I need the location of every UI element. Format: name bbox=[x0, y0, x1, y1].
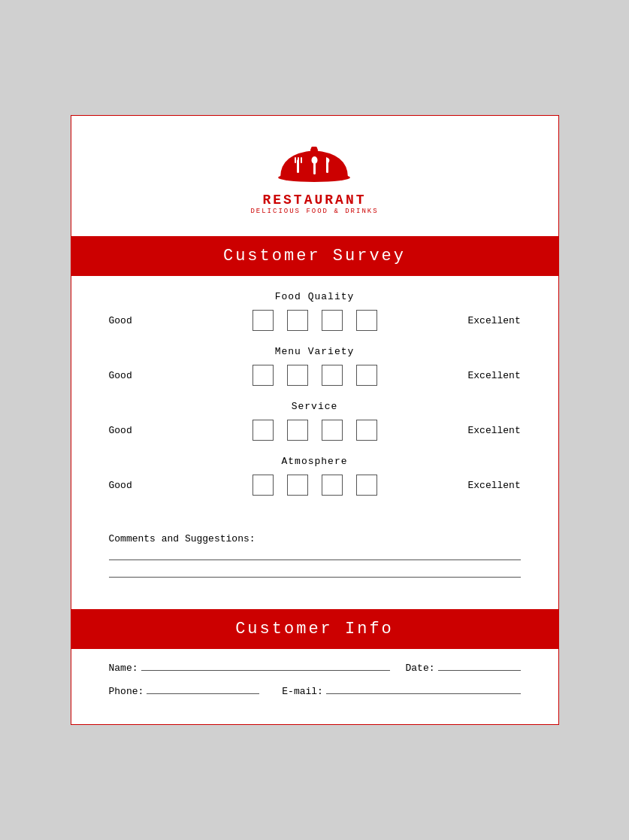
menu-variety-good: Good bbox=[109, 370, 162, 381]
email-line[interactable] bbox=[326, 693, 521, 694]
menu-variety-row: Good Excellent bbox=[109, 365, 521, 386]
menu-variety-excellent: Excellent bbox=[468, 370, 521, 381]
service-cb-2[interactable] bbox=[287, 420, 308, 441]
svg-rect-8 bbox=[313, 162, 316, 174]
menu-variety-cb-3[interactable] bbox=[322, 365, 343, 386]
atmosphere-excellent: Excellent bbox=[468, 480, 521, 491]
comment-line-1 bbox=[109, 559, 521, 560]
atmosphere-label: Atmosphere bbox=[109, 456, 521, 467]
service-checkboxes bbox=[162, 420, 468, 441]
food-quality-row: Good Excellent bbox=[109, 310, 521, 331]
atmosphere-good: Good bbox=[109, 480, 162, 491]
menu-variety-cb-1[interactable] bbox=[253, 365, 274, 386]
atmosphere-cb-2[interactable] bbox=[287, 475, 308, 496]
svg-rect-2 bbox=[311, 147, 317, 150]
service-row: Good Excellent bbox=[109, 420, 521, 441]
svg-rect-4 bbox=[295, 157, 296, 163]
food-quality-good: Good bbox=[109, 315, 162, 326]
restaurant-tagline: DELICIOUS FOOD & DRINKS bbox=[250, 208, 378, 215]
comments-section: Comments and Suggestions: bbox=[71, 526, 558, 609]
restaurant-logo-icon bbox=[273, 138, 355, 191]
survey-title: Customer Survey bbox=[223, 247, 406, 265]
email-label: E-mail: bbox=[282, 686, 323, 697]
service-good: Good bbox=[109, 425, 162, 436]
menu-variety-cb-2[interactable] bbox=[287, 365, 308, 386]
food-quality-cb-4[interactable] bbox=[356, 310, 377, 331]
atmosphere-cb-4[interactable] bbox=[356, 475, 377, 496]
service-label: Service bbox=[109, 401, 521, 412]
service-cb-1[interactable] bbox=[253, 420, 274, 441]
date-line[interactable] bbox=[438, 670, 521, 671]
menu-variety-checkboxes bbox=[162, 365, 468, 386]
name-label: Name: bbox=[109, 663, 138, 674]
svg-point-9 bbox=[312, 156, 318, 164]
food-quality-cb-1[interactable] bbox=[253, 310, 274, 331]
restaurant-name: RESTAURANT bbox=[262, 193, 366, 208]
food-quality-label: Food Quality bbox=[109, 291, 521, 302]
atmosphere-cb-3[interactable] bbox=[322, 475, 343, 496]
service-excellent: Excellent bbox=[468, 425, 521, 436]
atmosphere-checkboxes bbox=[162, 475, 468, 496]
logo-container: RESTAURANT DELICIOUS FOOD & DRINKS bbox=[250, 138, 378, 215]
svg-rect-6 bbox=[301, 157, 302, 163]
survey-section-header: Customer Survey bbox=[71, 236, 558, 276]
name-date-row: Name: Date: bbox=[109, 663, 521, 674]
customer-info-section-header: Customer Info bbox=[71, 609, 558, 649]
customer-info-section: Name: Date: Phone: E-mail: bbox=[71, 649, 558, 724]
atmosphere-row: Good Excellent bbox=[109, 475, 521, 496]
phone-line[interactable] bbox=[147, 693, 259, 694]
phone-email-row: Phone: E-mail: bbox=[109, 686, 521, 697]
survey-form: RESTAURANT DELICIOUS FOOD & DRINKS Custo… bbox=[71, 115, 559, 725]
service-cb-4[interactable] bbox=[356, 420, 377, 441]
comment-line-2 bbox=[109, 577, 521, 578]
comments-label: Comments and Suggestions: bbox=[109, 533, 521, 544]
atmosphere-cb-1[interactable] bbox=[253, 475, 274, 496]
header-section: RESTAURANT DELICIOUS FOOD & DRINKS bbox=[71, 116, 558, 236]
food-quality-cb-3[interactable] bbox=[322, 310, 343, 331]
phone-label: Phone: bbox=[109, 686, 144, 697]
food-quality-checkboxes bbox=[162, 310, 468, 331]
food-quality-excellent: Excellent bbox=[468, 315, 521, 326]
survey-categories: Food Quality Good Excellent Menu Variety… bbox=[71, 276, 558, 526]
name-line[interactable] bbox=[141, 670, 391, 671]
service-cb-3[interactable] bbox=[322, 420, 343, 441]
food-quality-cb-2[interactable] bbox=[287, 310, 308, 331]
menu-variety-cb-4[interactable] bbox=[356, 365, 377, 386]
date-label: Date: bbox=[405, 663, 434, 674]
svg-rect-5 bbox=[298, 157, 299, 163]
menu-variety-label: Menu Variety bbox=[109, 346, 521, 357]
customer-info-title: Customer Info bbox=[235, 620, 394, 638]
